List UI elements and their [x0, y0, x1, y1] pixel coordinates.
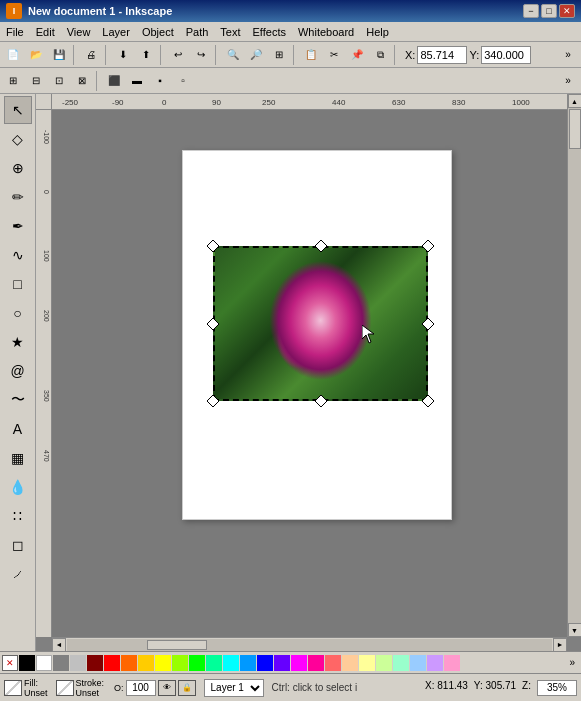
zoom-tool[interactable]: ⊕ — [4, 154, 32, 182]
close-button[interactable]: ✕ — [559, 4, 575, 18]
menu-whiteboard[interactable]: Whiteboard — [292, 24, 360, 40]
redo-button[interactable]: ↪ — [190, 44, 212, 66]
zoom-input[interactable] — [537, 680, 577, 696]
distribute-button[interactable]: ▫ — [172, 70, 194, 92]
snap-btn-2[interactable]: ⊟ — [25, 70, 47, 92]
vscroll-up[interactable]: ▲ — [568, 94, 582, 108]
open-button[interactable]: 📂 — [25, 44, 47, 66]
menu-file[interactable]: File — [0, 24, 30, 40]
fill-swatch[interactable] — [4, 680, 22, 696]
pal-skyblue[interactable] — [240, 655, 256, 671]
handle-mr[interactable] — [422, 318, 434, 330]
pal-mint[interactable] — [376, 655, 392, 671]
handle-ml[interactable] — [207, 318, 219, 330]
minimize-button[interactable]: − — [523, 4, 539, 18]
hscroll-track[interactable] — [67, 639, 552, 651]
vscroll-thumb[interactable] — [569, 109, 581, 149]
handle-tl[interactable] — [207, 240, 219, 252]
zoom-fit-button[interactable]: ⊞ — [268, 44, 290, 66]
pal-yellow[interactable] — [155, 655, 171, 671]
rect-tool[interactable]: □ — [4, 270, 32, 298]
maximize-button[interactable]: □ — [541, 4, 557, 18]
menu-layer[interactable]: Layer — [96, 24, 136, 40]
handle-tc[interactable] — [315, 240, 327, 252]
rose-image[interactable] — [213, 246, 428, 401]
zoom-in-button[interactable]: 🔍 — [222, 44, 244, 66]
snap-btn-1[interactable]: ⊞ — [2, 70, 24, 92]
pal-silver[interactable] — [70, 655, 86, 671]
hscroll-left[interactable]: ◄ — [52, 638, 66, 652]
pal-lime[interactable] — [172, 655, 188, 671]
hscroll-thumb[interactable] — [147, 640, 207, 650]
pal-peach[interactable] — [342, 655, 358, 671]
pencil-tool[interactable]: ✏ — [4, 183, 32, 211]
menu-object[interactable]: Object — [136, 24, 180, 40]
connector-tool[interactable]: ⟋ — [4, 560, 32, 588]
menu-edit[interactable]: Edit — [30, 24, 61, 40]
y-input[interactable] — [481, 46, 531, 64]
vscroll-track[interactable] — [568, 108, 581, 623]
new-button[interactable]: 📄 — [2, 44, 24, 66]
x-input[interactable] — [417, 46, 467, 64]
menu-effects[interactable]: Effects — [247, 24, 292, 40]
pal-salmon[interactable] — [325, 655, 341, 671]
pal-cyan[interactable] — [223, 655, 239, 671]
toolbar-extend[interactable]: » — [557, 44, 579, 66]
zoom-out-button[interactable]: 🔎 — [245, 44, 267, 66]
gradient-tool[interactable]: ▦ — [4, 444, 32, 472]
pal-seafoam[interactable] — [393, 655, 409, 671]
layer-select[interactable]: Layer 1 — [204, 679, 264, 697]
toolbar2-extend[interactable]: » — [557, 70, 579, 92]
cut-button[interactable]: ✂ — [323, 44, 345, 66]
menu-view[interactable]: View — [61, 24, 97, 40]
image-container[interactable] — [213, 246, 428, 401]
vscroll-down[interactable]: ▼ — [568, 623, 582, 637]
pal-red[interactable] — [104, 655, 120, 671]
snap-btn-3[interactable]: ⊡ — [48, 70, 70, 92]
handle-bc[interactable] — [315, 395, 327, 407]
save-button[interactable]: 💾 — [48, 44, 70, 66]
pal-cream[interactable] — [359, 655, 375, 671]
pal-indigo[interactable] — [274, 655, 290, 671]
copy-button[interactable]: 📋 — [300, 44, 322, 66]
star-tool[interactable]: ★ — [4, 328, 32, 356]
pal-magenta[interactable] — [291, 655, 307, 671]
pal-white[interactable] — [36, 655, 52, 671]
align-left-button[interactable]: ⬛ — [103, 70, 125, 92]
export-button[interactable]: ⬆ — [135, 44, 157, 66]
eraser-tool[interactable]: ◻ — [4, 531, 32, 559]
pal-bubblegum[interactable] — [444, 655, 460, 671]
pal-gray[interactable] — [53, 655, 69, 671]
menu-text[interactable]: Text — [214, 24, 246, 40]
spiral-tool[interactable]: @ — [4, 357, 32, 385]
circle-tool[interactable]: ○ — [4, 299, 32, 327]
canvas-area[interactable]: -250 -90 0 90 250 440 630 830 1000 -100 … — [36, 94, 581, 651]
spray-tool[interactable]: ∷ — [4, 502, 32, 530]
pal-blue[interactable] — [257, 655, 273, 671]
handle-bl[interactable] — [207, 395, 219, 407]
stroke-swatch[interactable] — [56, 680, 74, 696]
palette-none[interactable]: ✕ — [2, 655, 18, 671]
duplicate-button[interactable]: ⧉ — [369, 44, 391, 66]
horizontal-scrollbar[interactable]: ◄ ► — [52, 637, 567, 651]
undo-button[interactable]: ↩ — [167, 44, 189, 66]
opacity-icon[interactable]: 👁 — [158, 680, 176, 696]
pal-black[interactable] — [19, 655, 35, 671]
pal-teal[interactable] — [206, 655, 222, 671]
opacity-input[interactable] — [126, 680, 156, 696]
pen-tool[interactable]: ✒ — [4, 212, 32, 240]
pal-maroon[interactable] — [87, 655, 103, 671]
palette-scroll[interactable]: » — [565, 657, 579, 668]
align-right-button[interactable]: ▪ — [149, 70, 171, 92]
dropper-tool[interactable]: 💧 — [4, 473, 32, 501]
paste-button[interactable]: 📌 — [346, 44, 368, 66]
lock-icon[interactable]: 🔒 — [178, 680, 196, 696]
text-tool[interactable]: A — [4, 415, 32, 443]
import-button[interactable]: ⬇ — [112, 44, 134, 66]
pal-pink[interactable] — [308, 655, 324, 671]
menu-help[interactable]: Help — [360, 24, 395, 40]
hscroll-right[interactable]: ► — [553, 638, 567, 652]
pal-lightblue[interactable] — [410, 655, 426, 671]
pal-green[interactable] — [189, 655, 205, 671]
node-tool[interactable]: ◇ — [4, 125, 32, 153]
